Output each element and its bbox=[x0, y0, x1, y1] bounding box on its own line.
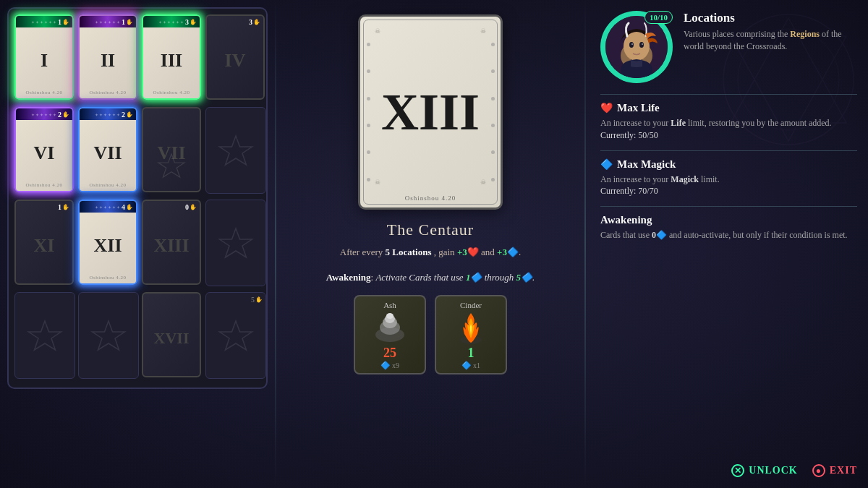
main-card-bottom-text: Oshinshou 4.20 bbox=[360, 194, 501, 202]
sub-card-ash-image bbox=[368, 309, 412, 346]
svg-point-13 bbox=[738, 29, 839, 130]
card-badge-5: 2 ✋ bbox=[58, 111, 69, 119]
exit-button[interactable]: ● EXIT bbox=[812, 464, 857, 477]
card-slot-14[interactable] bbox=[78, 292, 139, 379]
card-badge-10: 4 ✋ bbox=[122, 203, 133, 211]
card-slot-10[interactable]: ✦✦✦✦✦✦ 4 ✋ XII Oshinshou 4.20 bbox=[78, 200, 139, 289]
card-badge-16: 5 ✋ bbox=[251, 296, 263, 304]
svg-marker-14 bbox=[731, 18, 846, 123]
main-card-roman: XIII bbox=[381, 86, 480, 138]
card-roman-1: I bbox=[41, 50, 48, 72]
svg-marker-5 bbox=[220, 321, 252, 350]
card-description: After every 5 Locations , gain +3❤️ and … bbox=[333, 245, 529, 260]
sub-card-cinder-image bbox=[449, 309, 493, 346]
card-bottom-6: Oshinshou 4.20 bbox=[80, 182, 136, 188]
main-card: ☠ ☠ ☠ ☠ XIII Oshinshou 4.20 bbox=[358, 14, 503, 210]
svg-point-10 bbox=[386, 313, 393, 319]
character-portrait bbox=[605, 16, 668, 78]
sub-card-cinder-name: Cinder bbox=[460, 301, 482, 309]
right-panel: 10/10 Locations Various places comprisin… bbox=[586, 0, 868, 488]
card-roman-5: VI bbox=[34, 142, 55, 164]
svg-marker-2 bbox=[220, 228, 252, 257]
card-roman-9: XI bbox=[34, 235, 55, 257]
stat-awakening: Awakening Cards that use 0🔷 and auto-act… bbox=[600, 206, 857, 241]
card-roman-11: XIII bbox=[153, 235, 189, 257]
sub-card-cinder-value: 1 bbox=[468, 346, 475, 361]
sub-card-cinder[interactable]: Cinder 1 🔷 x1 bbox=[435, 295, 507, 374]
card-slot-11[interactable]: 0 ✋ XIII bbox=[142, 200, 203, 289]
sub-card-cinder-count: 🔷 x1 bbox=[461, 361, 480, 370]
svg-point-20 bbox=[639, 42, 644, 48]
card-slot-2[interactable]: ✦✦✦✦✦✦ 1 ✋ II Oshinshou 4.20 bbox=[78, 14, 139, 104]
locations-count: 10/10 bbox=[644, 11, 673, 24]
card-roman-10: XII bbox=[93, 235, 122, 257]
sub-card-ash[interactable]: Ash 25 🔷 x9 bbox=[354, 295, 426, 374]
awakening-section: Awakening: Activate Cards that use 1🔷 th… bbox=[319, 270, 542, 285]
magick-icon: 🔷 bbox=[600, 158, 613, 171]
card-slot-1[interactable]: ✦✦✦✦✦✦ 1 ✋ I Oshinshou 4.20 bbox=[14, 14, 75, 104]
card-bottom-1: Oshinshou 4.20 bbox=[16, 90, 72, 95]
card-slot-7[interactable]: VII bbox=[142, 107, 203, 197]
exit-icon: ● bbox=[812, 464, 825, 477]
card-bottom-10: Oshinshou 4.20 bbox=[80, 275, 136, 281]
card-badge-4: 3 ✋ bbox=[249, 18, 260, 26]
card-roman-4: IV bbox=[225, 50, 246, 72]
sub-card-ash-value: 25 bbox=[383, 346, 396, 361]
card-bottom-3: Oshinshou 4.20 bbox=[143, 90, 200, 95]
card-badge-11: 0 ✋ bbox=[185, 203, 197, 211]
card-roman-15: XVII bbox=[154, 329, 190, 348]
svg-point-21 bbox=[631, 43, 633, 45]
card-roman-3: III bbox=[161, 50, 182, 72]
card-title: The Centaur bbox=[387, 221, 474, 239]
card-slot-12[interactable] bbox=[205, 200, 266, 286]
unlock-icon: ✕ bbox=[731, 464, 744, 477]
card-slot-3[interactable]: ✦✦✦✦✦✦ 3 ✋ III Oshinshou 4.20 bbox=[142, 14, 203, 104]
card-bottom-5: Oshinshou 4.20 bbox=[16, 182, 72, 188]
svg-marker-0 bbox=[158, 154, 184, 177]
sub-card-ash-name: Ash bbox=[383, 301, 396, 309]
card-roman-6: VII bbox=[93, 142, 122, 164]
svg-point-19 bbox=[629, 42, 634, 48]
avatar-inner bbox=[605, 16, 668, 78]
card-slot-6[interactable]: ✦✦✦✦✦✦ 2 ✋ VII Oshinshou 4.20 bbox=[78, 107, 139, 197]
svg-marker-3 bbox=[29, 321, 61, 350]
card-slot-5[interactable]: ✦✦✦✦✦✦ 2 ✋ VI Oshinshou 4.20 bbox=[14, 107, 75, 197]
card-badge-2: 1 ✋ bbox=[122, 18, 133, 26]
stat-awakening-desc: Cards that use 0🔷 and auto-activate, but… bbox=[600, 229, 857, 241]
card-slot-4[interactable]: 3 ✋ IV bbox=[205, 14, 266, 104]
card-badge-9: 1 ✋ bbox=[58, 203, 69, 211]
stat-awakening-title: Awakening bbox=[600, 214, 857, 226]
card-bottom-2: Oshinshou 4.20 bbox=[80, 90, 136, 95]
card-slot-16[interactable]: 5 ✋ bbox=[205, 292, 266, 379]
card-badge-6: 2 ✋ bbox=[122, 111, 133, 119]
card-grid: ✦✦✦✦✦✦ 1 ✋ I Oshinshou 4.20 ✦✦✦✦✦✦ 1 ✋ I… bbox=[14, 14, 260, 382]
svg-marker-15 bbox=[731, 36, 846, 141]
card-badge-1: 1 ✋ bbox=[58, 18, 69, 26]
stat-max-magick: 🔷 Max Magick An increase to your Magick … bbox=[600, 150, 857, 198]
unlock-button[interactable]: ✕ UNLOCK bbox=[731, 464, 797, 477]
svg-marker-4 bbox=[93, 321, 125, 350]
stat-magick-desc: An increase to your Magick limit. Curren… bbox=[600, 174, 857, 198]
sub-cards-row: Ash 25 🔷 x9 bbox=[354, 295, 507, 374]
card-badge-3: 3 ✋ bbox=[185, 18, 197, 26]
rune-bg bbox=[716, 7, 861, 152]
svg-point-12 bbox=[723, 14, 854, 145]
card-slot-9[interactable]: 1 ✋ XI bbox=[14, 200, 75, 289]
left-panel: ✦✦✦✦✦✦ 1 ✋ I Oshinshou 4.20 ✦✦✦✦✦✦ 1 ✋ I… bbox=[0, 0, 275, 488]
middle-panel: ☠ ☠ ☠ ☠ XIII Oshinshou 4.20 The Centaur … bbox=[275, 0, 586, 488]
stat-magick-title: 🔷 Max Magick bbox=[600, 158, 857, 171]
avatar-container: 10/10 bbox=[600, 11, 673, 83]
svg-point-22 bbox=[642, 43, 643, 45]
main-card-container: ☠ ☠ ☠ ☠ XIII Oshinshou 4.20 bbox=[358, 14, 503, 210]
life-icon: ❤️ bbox=[600, 102, 613, 114]
svg-marker-1 bbox=[220, 136, 252, 165]
card-slot-13[interactable] bbox=[14, 292, 75, 379]
card-roman-2: II bbox=[101, 50, 115, 72]
bottom-buttons: ✕ UNLOCK ● EXIT bbox=[600, 457, 857, 477]
card-slot-8[interactable] bbox=[205, 107, 266, 194]
card-slot-15[interactable]: XVII bbox=[142, 292, 203, 382]
sub-card-ash-count: 🔷 x9 bbox=[380, 361, 399, 370]
